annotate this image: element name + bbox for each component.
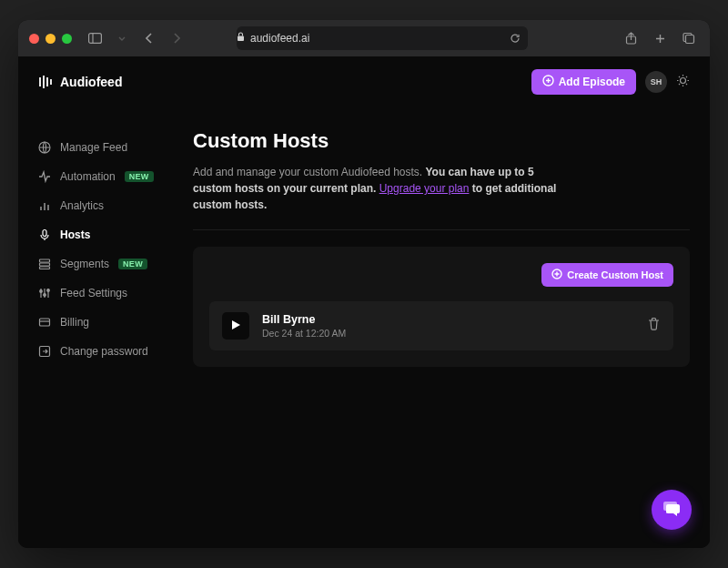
host-row: Bill ByrneDec 24 at 12:20 AM (209, 301, 673, 350)
share-icon[interactable] (621, 28, 641, 48)
svg-point-6 (681, 77, 686, 83)
host-name: Bill Byrne (262, 313, 634, 326)
svg-rect-4 (686, 36, 694, 44)
svg-rect-8 (43, 230, 46, 237)
sun-icon (676, 74, 690, 91)
lock-icon (237, 32, 245, 45)
minimize-window-icon[interactable] (46, 34, 56, 44)
sidebar-item-label: Segments (60, 258, 109, 270)
sidebar-item-analytics[interactable]: Analytics (38, 191, 193, 220)
divider (193, 229, 690, 230)
segments-icon (38, 258, 51, 270)
sidebar-item-label: Change password (60, 345, 148, 358)
svg-point-13 (44, 294, 46, 297)
traffic-lights (29, 34, 72, 44)
plus-circle-icon (542, 75, 554, 89)
avatar[interactable]: SH (645, 71, 667, 93)
card-icon (38, 316, 51, 329)
sidebar-item-label: Manage Feed (60, 141, 127, 154)
activity-icon (38, 170, 51, 183)
play-button[interactable] (222, 312, 249, 340)
sidebar-item-billing[interactable]: Billing (38, 308, 193, 337)
page-description: Add and manage your custom Audiofeed hos… (193, 164, 575, 213)
forward-icon[interactable] (167, 28, 187, 48)
brand-name: Audiofeed (60, 75, 122, 89)
svg-rect-11 (40, 267, 50, 269)
host-date: Dec 24 at 12:20 AM (262, 328, 634, 339)
sidebar-toggle-icon[interactable] (85, 28, 105, 48)
upgrade-plan-link[interactable]: Upgrade your plan (379, 182, 470, 195)
new-badge: NEW (125, 171, 154, 182)
chat-widget-button[interactable] (652, 490, 692, 530)
svg-rect-9 (40, 259, 50, 262)
plus-circle-icon (551, 269, 562, 281)
svg-rect-15 (40, 319, 50, 326)
bars-icon (38, 199, 51, 212)
sliders-icon (38, 287, 51, 299)
sidebar: Manage FeedAutomationNEWAnalyticsHostsSe… (38, 107, 193, 367)
svg-point-14 (47, 289, 50, 292)
svg-point-12 (40, 290, 43, 293)
svg-rect-2 (238, 36, 244, 42)
sidebar-item-segments[interactable]: SegmentsNEW (38, 249, 193, 279)
add-episode-label: Add Episode (559, 76, 625, 88)
browser-chrome: audiofeed.ai (18, 20, 710, 56)
new-badge: NEW (118, 259, 147, 269)
play-icon (231, 318, 241, 334)
new-tab-icon[interactable] (650, 28, 670, 48)
sidebar-item-automation[interactable]: AutomationNEW (38, 162, 193, 191)
sidebar-item-hosts[interactable]: Hosts (38, 220, 193, 249)
address-bar[interactable]: audiofeed.ai (237, 26, 528, 50)
sidebar-item-label: Feed Settings (60, 287, 127, 299)
svg-rect-0 (88, 34, 101, 44)
svg-rect-10 (40, 263, 50, 266)
hosts-panel: Create Custom Host Bill ByrneDec 24 at 1… (193, 247, 690, 367)
create-custom-host-button[interactable]: Create Custom Host (541, 263, 673, 287)
mic-icon (38, 228, 51, 241)
url-text: audiofeed.ai (250, 32, 309, 45)
host-info: Bill ByrneDec 24 at 12:20 AM (262, 313, 634, 339)
brand[interactable]: Audiofeed (38, 75, 122, 89)
logout-icon (38, 345, 51, 358)
chevron-down-icon[interactable] (112, 28, 132, 48)
sidebar-item-feed-settings[interactable]: Feed Settings (38, 279, 193, 308)
maximize-window-icon[interactable] (62, 34, 72, 44)
tabs-icon[interactable] (679, 28, 699, 48)
chat-icon (662, 498, 682, 522)
app-topbar: Audiofeed Add Episode SH (18, 56, 710, 107)
theme-toggle-button[interactable] (676, 74, 690, 91)
sidebar-item-manage-feed[interactable]: Manage Feed (38, 133, 193, 162)
back-icon[interactable] (139, 28, 159, 48)
sidebar-item-label: Automation (60, 170, 116, 183)
sidebar-item-label: Billing (60, 316, 89, 329)
globe-icon (38, 141, 51, 154)
trash-icon (647, 317, 661, 335)
add-episode-button[interactable]: Add Episode (531, 69, 636, 95)
sidebar-item-label: Analytics (60, 199, 104, 212)
sidebar-item-label: Hosts (60, 228, 90, 241)
sidebar-item-change-password[interactable]: Change password (38, 337, 193, 366)
delete-host-button[interactable] (647, 317, 661, 335)
reload-icon[interactable] (510, 33, 521, 44)
page-title: Custom Hosts (193, 129, 690, 153)
hosts-list: Bill ByrneDec 24 at 12:20 AM (209, 301, 673, 350)
close-window-icon[interactable] (29, 34, 39, 44)
brand-logo-icon (38, 75, 53, 89)
